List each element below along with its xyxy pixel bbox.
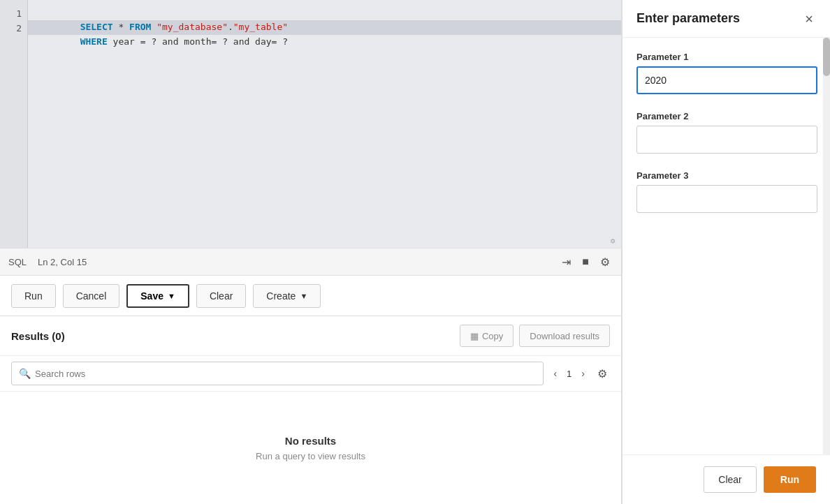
code-editor[interactable]: SELECT * FROM "my_database"."my_table" W… — [28, 0, 621, 248]
panel-run-label: Run — [780, 474, 799, 485]
search-icon: 🔍 — [19, 368, 31, 379]
copy-icon: ▦ — [470, 331, 479, 341]
panel-run-button[interactable]: Run — [764, 466, 816, 493]
pagination: ‹ 1 › — [549, 365, 589, 382]
save-label: Save — [140, 290, 163, 302]
panel-scroll[interactable]: Parameter 1 Parameter 2 Parameter 3 — [622, 38, 830, 454]
right-panel: Enter parameters × Parameter 1 Parameter… — [622, 0, 830, 504]
save-button[interactable]: Save ▼ — [126, 284, 189, 308]
line-number-2: 2 — [6, 22, 22, 36]
status-bar: SQL Ln 2, Col 15 ⇥ ■ ⚙ — [0, 248, 621, 276]
param1-label: Parameter 1 — [636, 52, 817, 62]
param3-input[interactable] — [636, 185, 817, 213]
parameter-2-group: Parameter 2 — [636, 111, 817, 154]
results-actions: ▦ Copy Download results — [460, 325, 610, 347]
resize-handle[interactable]: ✡ — [610, 238, 618, 246]
cancel-label: Cancel — [76, 290, 107, 302]
results-title-text: Results — [11, 330, 49, 342]
download-results-button[interactable]: Download results — [519, 325, 610, 347]
download-label: Download results — [530, 331, 599, 341]
parameter-3-group: Parameter 3 — [636, 170, 817, 213]
panel-header: Enter parameters × — [622, 0, 830, 38]
editor-area: 1 2 SELECT * FROM "my_database"."my_tabl… — [0, 0, 621, 248]
gear-icon-editor: ⚙ — [600, 255, 610, 269]
panel-title: Enter parameters — [636, 11, 740, 26]
results-title: Results (0) — [11, 330, 65, 342]
create-dropdown-arrow: ▼ — [300, 292, 307, 300]
param3-label: Parameter 3 — [636, 170, 817, 181]
status-left: SQL Ln 2, Col 15 — [8, 257, 87, 267]
prev-page-button[interactable]: ‹ — [549, 365, 561, 382]
status-icons: ⇥ ■ ⚙ — [559, 253, 613, 272]
param2-input[interactable] — [636, 126, 817, 154]
settings-button-editor[interactable]: ⚙ — [597, 253, 613, 272]
table-button[interactable]: ■ — [579, 253, 592, 271]
clear-label: Clear — [210, 290, 233, 302]
no-results-subtitle: Run a query to view results — [256, 451, 365, 461]
editor-mode: SQL — [8, 257, 27, 267]
copy-button[interactable]: ▦ Copy — [460, 325, 514, 347]
results-area: Results (0) ▦ Copy Download results 🔍 ‹ … — [0, 316, 621, 504]
parameter-1-group: Parameter 1 — [636, 52, 817, 94]
panel-clear-button[interactable]: Clear — [704, 466, 756, 493]
scrollbar-thumb[interactable] — [823, 38, 830, 76]
close-panel-button[interactable]: × — [802, 12, 816, 26]
panel-clear-label: Clear — [718, 474, 741, 485]
indent-button[interactable]: ⇥ — [559, 253, 574, 272]
panel-footer: Clear Run — [622, 454, 830, 504]
search-input[interactable] — [35, 369, 536, 379]
gear-icon-results: ⚙ — [597, 368, 607, 380]
next-page-button[interactable]: › — [577, 365, 589, 382]
left-panel: 1 2 SELECT * FROM "my_database"."my_tabl… — [0, 0, 622, 504]
code-line-1: SELECT * FROM "my_database"."my_table" — [36, 6, 613, 20]
no-results-title: No results — [285, 435, 336, 447]
indent-icon: ⇥ — [562, 255, 571, 269]
run-label: Run — [24, 290, 43, 302]
clear-button[interactable]: Clear — [196, 284, 246, 308]
save-dropdown-arrow: ▼ — [168, 292, 175, 300]
results-header: Results (0) ▦ Copy Download results — [0, 316, 621, 356]
scrollbar-track — [823, 38, 830, 454]
results-settings-button[interactable]: ⚙ — [595, 364, 610, 383]
current-page: 1 — [564, 369, 574, 379]
line-number-1: 1 — [6, 7, 22, 22]
param1-input[interactable] — [636, 66, 817, 94]
toolbar: Run Cancel Save ▼ Clear Create ▼ — [0, 276, 621, 316]
no-results-area: No results Run a query to view results — [0, 392, 621, 504]
run-button[interactable]: Run — [11, 284, 56, 308]
results-count: (0) — [52, 330, 64, 342]
close-icon: × — [805, 11, 813, 27]
copy-label: Copy — [482, 331, 503, 341]
create-button[interactable]: Create ▼ — [253, 284, 321, 308]
cancel-button[interactable]: Cancel — [63, 284, 120, 308]
search-input-wrap: 🔍 — [11, 362, 544, 385]
table-icon: ■ — [582, 255, 589, 268]
create-label: Create — [266, 290, 296, 302]
cursor-position: Ln 2, Col 15 — [38, 257, 87, 267]
param2-label: Parameter 2 — [636, 111, 817, 121]
search-bar: 🔍 ‹ 1 › ⚙ — [0, 356, 621, 392]
line-numbers: 1 2 — [0, 0, 28, 248]
